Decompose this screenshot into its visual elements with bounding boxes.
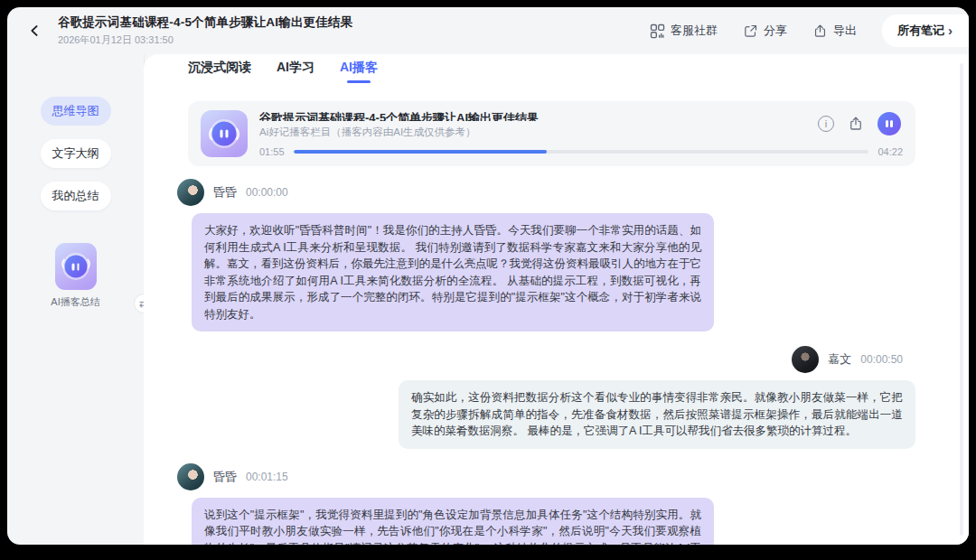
message-header: 嘉文 00:00:50	[188, 346, 903, 373]
avatar	[792, 346, 819, 373]
pause-button[interactable]	[877, 112, 901, 135]
pause-icon	[64, 256, 87, 278]
sidebar-item-outline[interactable]: 文字大纲	[41, 139, 111, 168]
document-datetime: 2026年01月12日 03:31:50	[58, 33, 352, 47]
export-up-icon	[812, 23, 828, 39]
top-bar: 谷歌提示词基础课程-4-5个简单步骤让AI输出更佳结果 2026年01月12日 …	[7, 7, 969, 54]
speaker-name: 昏昏	[213, 184, 237, 201]
message-header: 昏昏 00:00:00	[177, 179, 915, 206]
tab-ai-podcast[interactable]: AI播客	[340, 60, 378, 81]
info-icon[interactable]: i	[818, 116, 834, 132]
player-subtitle: Ai好记播客栏目（播客内容由AI生成仅供参考）	[259, 126, 903, 139]
total-time: 04:22	[877, 146, 903, 157]
player-thumbnail	[201, 110, 248, 157]
sidebar: 思维导图 文字大纲 我的总结 AI播客总结	[7, 54, 144, 545]
all-notes-button[interactable]: 所有笔记 ›	[882, 14, 969, 47]
player-title: 谷歌提示词基础课程-4-5个简单步骤让AI输出更佳结果	[259, 110, 903, 121]
tab-ai-learning[interactable]: AI学习	[277, 60, 314, 81]
message-timestamp: 00:00:50	[860, 353, 903, 366]
screen-background: 谷歌提示词基础课程-4-5个简单步骤让AI输出更佳结果 2026年01月12日 …	[0, 0, 976, 560]
share-up-icon[interactable]	[848, 116, 864, 132]
sidebar-item-my-summary[interactable]: 我的总结	[41, 182, 111, 210]
message-bubble: 确实如此，这份资料把数据分析这个看似专业的事情变得非常亲民。就像教小朋友做菜一样…	[399, 380, 915, 449]
app-window: 谷歌提示词基础课程-4-5个简单步骤让AI输出更佳结果 2026年01月12日 …	[7, 7, 969, 545]
message-bubble: 说到这个"提示框架"，我觉得资料里提到的"角色设定加背景信息加具体任务"这个结构…	[192, 498, 714, 546]
player-controls: i	[818, 112, 901, 135]
tab-bar: 沉浸式阅读 AI学习 AI播客	[188, 60, 915, 81]
podcast-thumbnail-icon	[55, 243, 97, 290]
message-row: 嘉文 00:00:50 确实如此，这份资料把数据分析这个看似专业的事情变得非常亲…	[188, 346, 915, 449]
message-header: 昏昏 00:01:15	[177, 463, 915, 490]
avatar	[177, 463, 204, 490]
chevron-right-icon: ›	[948, 26, 953, 35]
tab-immersive-reading[interactable]: 沉浸式阅读	[188, 60, 251, 81]
speaker-name: 昏昏	[213, 469, 237, 485]
page-title: 谷歌提示词基础课程-4-5个简单步骤让AI输出更佳结果	[58, 14, 352, 31]
scrollbar[interactable]	[960, 63, 963, 536]
chevron-left-icon	[28, 23, 42, 38]
podcast-transcript: 昏昏 00:00:00 大家好，欢迎收听"昏昏科普时间"！我是你们的主持人昏昏。…	[188, 179, 915, 545]
message-bubble: 大家好，欢迎收听"昏昏科普时间"！我是你们的主持人昏昏。今天我们要聊一个非常实用…	[192, 213, 714, 331]
grid-community-icon	[650, 23, 665, 39]
back-button[interactable]	[23, 19, 47, 42]
player-progress-row: 01:55 04:22	[259, 146, 903, 157]
player-info: 谷歌提示词基础课程-4-5个简单步骤让AI输出更佳结果 Ai好记播客栏目（播客内…	[259, 110, 903, 157]
share-button[interactable]: 分享	[743, 23, 787, 39]
message-timestamp: 00:00:00	[246, 186, 288, 199]
sidebar-item-mindmap[interactable]: 思维导图	[41, 97, 111, 126]
share-label: 分享	[764, 23, 787, 39]
player-progress-fill	[294, 150, 547, 154]
pause-icon	[212, 122, 237, 146]
message-row: 昏昏 00:00:00 大家好，欢迎收听"昏昏科普时间"！我是你们的主持人昏昏。…	[188, 179, 915, 331]
main-panel: 沉浸式阅读 AI学习 AI播客	[144, 54, 969, 545]
export-label: 导出	[833, 23, 857, 39]
share-arrow-icon	[743, 23, 758, 39]
podcast-player-card: 谷歌提示词基础课程-4-5个简单步骤让AI输出更佳结果 Ai好记播客栏目（播客内…	[188, 101, 915, 166]
message-timestamp: 00:01:15	[246, 471, 288, 483]
current-time: 01:55	[259, 146, 285, 157]
avatar	[177, 179, 204, 206]
progress-bar[interactable]	[294, 150, 869, 154]
window-body: 思维导图 文字大纲 我的总结 AI播客总结	[7, 54, 969, 545]
export-button[interactable]: 导出	[812, 23, 857, 39]
top-bar-actions: 客服社群 分享	[650, 14, 969, 47]
speaker-name: 嘉文	[828, 351, 851, 368]
sidebar-item-podcast-summary[interactable]: AI播客总结	[51, 243, 99, 309]
document-title-block: 谷歌提示词基础课程-4-5个简单步骤让AI输出更佳结果 2026年01月12日 …	[58, 14, 352, 47]
podcast-summary-label: AI播客总结	[51, 295, 99, 309]
all-notes-label: 所有笔记	[897, 23, 944, 39]
message-row: 昏昏 00:01:15 说到这个"提示框架"，我觉得资料里提到的"角色设定加背景…	[188, 463, 915, 546]
community-button[interactable]: 客服社群	[650, 23, 718, 39]
community-label: 客服社群	[671, 23, 718, 39]
